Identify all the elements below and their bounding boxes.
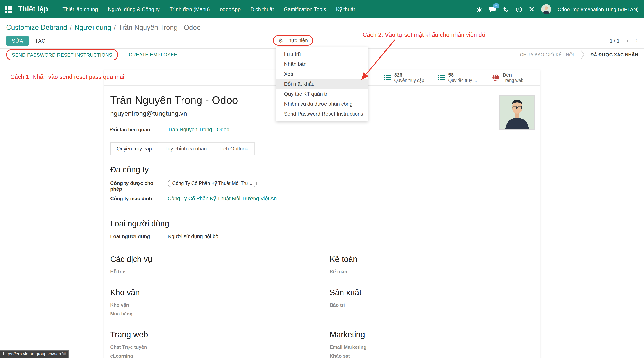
apps-grid-icon[interactable] [5,6,12,12]
tab-content: Đa công ty Công ty được cho phép Công Ty… [104,155,540,358]
tab-tuy-chinh-ca-nhan[interactable]: Tùy chỉnh cá nhân [158,143,213,155]
annotation-note1: Cách 1: Nhấn vào send reset pass qua mai… [10,73,126,80]
tab-lich-outlook[interactable]: Lịch Outlook [213,143,255,155]
bug-icon[interactable] [476,6,482,12]
group-title-manufacturing: Sản xuất [330,288,534,297]
pager-next-icon[interactable]: › [636,37,638,44]
user-type-value: Người sử dụng nội bộ [168,234,218,239]
edit-button[interactable]: SỬA [6,36,29,45]
breadcrumb-current: Trần Nguyên Trọng - Odoo [118,24,201,31]
partner-link[interactable]: Trần Nguyên Trọng - Odoo [168,127,230,133]
group-title-accounting: Kế toán [330,255,534,264]
breadcrumb-separator: / [114,24,116,31]
menu-item-nhan-ban[interactable]: Nhân bản [276,59,368,69]
field-label-email-marketing: Email Marketing [330,345,534,350]
menu-odooapp[interactable]: odooApp [220,6,240,12]
menu-thiet-lap-chung[interactable]: Thiết lập chung [62,6,98,12]
group-title-user-type: Loại người dùng [110,219,314,228]
pager: 1 / 1 ‹ › [610,37,638,44]
stat-access-rights-button[interactable]: 326 Quyền truy cập [378,70,432,85]
stat-label: Trang web [503,78,524,83]
section-multi-company: Đa công ty Công ty được cho phép Công Ty… [110,165,534,205]
clock-icon[interactable] [516,6,522,12]
status-url-tooltip: https://erp.vietan-group.vn/web?# [0,350,69,358]
topbar-menu: Thiết lập chung Người dùng & Công ty Trì… [62,6,355,12]
list-icon [438,75,445,81]
partner-field: Đối tác liên quan Trần Nguyên Trọng - Od… [110,127,534,133]
menu-item-luu-tru[interactable]: Lưu trữ [276,49,368,59]
status-never-connected[interactable]: CHƯA BAO GIỜ KẾT NỐI [514,49,580,61]
group-services: Các dịch vụ Hỗ trợ [110,255,314,278]
user-avatar[interactable] [541,4,551,14]
status-chevron-icon [580,49,585,61]
pager-count: 1 / 1 [610,38,620,43]
breadcrumb-link-customize-debrand[interactable]: Customize Debrand [6,24,67,31]
stat-website-button[interactable]: Đến Trang web [486,70,540,85]
menu-item-send-password-reset[interactable]: Send Password Reset Instructions [276,109,368,119]
section-inventory-manufacturing: Kho vận Kho vận Mua hàng Sản xuất Bảo tr… [110,288,534,320]
field-label-khao-sat: Khảo sát [330,354,534,358]
group-title-inventory: Kho vận [110,288,314,297]
topbar: Thiết lập Thiết lập chung Người dùng & C… [0,0,644,18]
tab-quyen-truy-cap[interactable]: Quyền truy cập [110,143,158,155]
pager-prev-icon[interactable]: ‹ [626,37,629,44]
default-company-link[interactable]: Công Ty Cổ Phần Kỹ Thuật Môi Trường Việt… [168,196,277,201]
partner-label: Đối tác liên quan [110,127,168,133]
group-title-marketing: Marketing [330,330,534,339]
status-confirmed[interactable]: ĐÃ ĐƯỢC XÁC NHẬN [585,49,644,61]
phone-icon[interactable] [502,6,509,12]
app-window: Thiết lập Thiết lập chung Người dùng & C… [0,0,644,358]
action-menu-area: ⚙ Thực hiện [273,35,313,46]
group-title-services: Các dịch vụ [110,255,314,264]
breadcrumb-link-nguoi-dung[interactable]: Người dùng [74,24,111,31]
gear-icon: ⚙ [278,38,283,43]
stat-label: Quy tắc truy ... [448,78,477,83]
app-title: Thiết lập [18,5,48,13]
group-accounting: Kế toán Kế toán [330,255,534,278]
chat-badge: 2 [493,3,499,8]
stat-label: Quyền truy cập [394,78,424,83]
send-password-reset-label: SEND PASSWORD RESET INSTRUCTIONS [12,52,112,58]
stat-record-rules-button[interactable]: 58 Quy tắc truy ... [432,70,486,85]
menu-item-nhiem-vu[interactable]: Nhiệm vụ đã được phân công [276,99,368,109]
user-type-label: Loại người dùng [110,234,168,239]
profile-photo [499,95,534,130]
statusbar: CHƯA BAO GIỜ KẾT NỐI ĐÃ ĐƯỢC XÁC NHẬN [514,49,644,61]
notebook-tabs: Quyền truy cập Tùy chỉnh cá nhân Lịch Ou… [104,143,540,155]
annotation-note2: Cách 2: Vào tự set mật khẩu cho nhân viê… [363,31,485,38]
action-menu-button[interactable]: ⚙ Thực hiện [273,35,313,46]
menu-trinh-don[interactable]: Trình đơn (Menu) [170,6,210,12]
section-website-marketing: Trang web Chat Trực tuyến eLearning Mark… [110,330,534,358]
group-website: Trang web Chat Trực tuyến eLearning [110,330,314,358]
menu-ky-thuat[interactable]: Kỹ thuật [336,6,355,12]
topbar-right: 2 Odoo Implemenation Tung (VIETAN) [476,4,639,14]
group-title-multi-company: Đa công ty [110,165,314,174]
field-label-ke-toan: Kế toán [330,269,534,275]
group-inventory: Kho vận Kho vận Mua hàng [110,288,314,320]
menu-nguoi-dung-cong-ty[interactable]: Người dùng & Công ty [108,6,160,12]
menu-item-xoa[interactable]: Xoá [276,69,368,79]
section-services-accounting: Các dịch vụ Hỗ trợ Kế toán Kế toán [110,255,534,278]
menu-item-doi-mat-khau[interactable]: Đổi mật khẩu [276,79,368,89]
menu-dich-thuat[interactable]: Dịch thuật [250,6,274,12]
create-button[interactable]: TẠO [35,38,46,43]
field-label-chat-truc-tuyen: Chat Trực tuyến [110,345,314,350]
menu-item-quy-tac-kt[interactable]: Quy tắc KT quản trị [276,89,368,99]
globe-icon [492,74,499,82]
breadcrumb-separator: / [70,24,72,31]
list-icon [384,75,391,81]
field-label-elearning: eLearning [110,354,314,358]
menu-gamification-tools[interactable]: Gamification Tools [284,6,326,12]
chat-icon[interactable]: 2 [489,6,496,12]
control-panel-actions: SỬA TẠO ⚙ Thực hiện 1 / 1 ‹ › [0,33,644,48]
field-label-ho-tro: Hỗ trợ [110,269,314,275]
default-company-label: Công ty mặc định [110,196,168,201]
action-menu-label: Thực hiện [286,37,308,43]
tools-icon[interactable] [528,6,534,12]
allowed-company-tag[interactable]: Công Ty Cổ Phần Kỹ Thuật Môi Trư... [168,179,257,187]
user-name[interactable]: Odoo Implemenation Tung (VIETAN) [558,6,639,12]
stat-value: 326 [394,72,424,78]
send-password-reset-button[interactable]: SEND PASSWORD RESET INSTRUCTIONS [6,49,118,60]
field-label-bao-tri: Bảo trì [330,303,534,308]
create-employee-button[interactable]: CREATE EMPLOYEE [129,52,177,57]
